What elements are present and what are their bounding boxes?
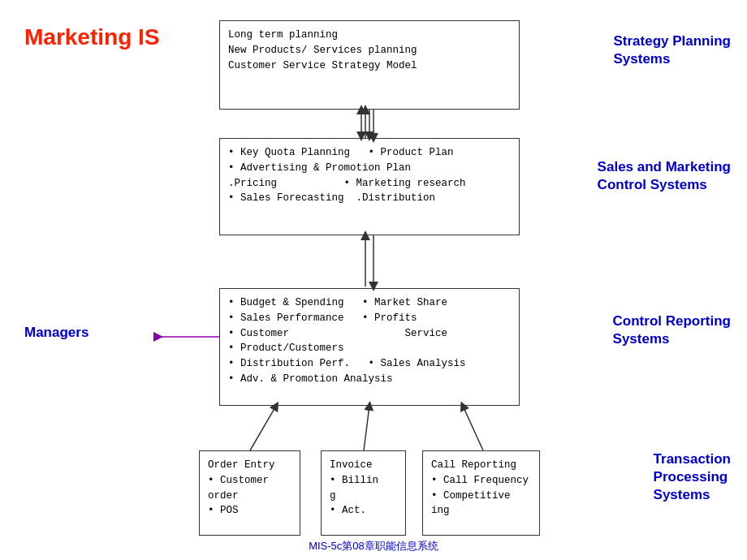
control-line3: • Customer Service xyxy=(228,328,447,339)
control-line2: • Sales Performance • Profits xyxy=(228,312,417,324)
call-line4: ing xyxy=(431,505,450,516)
sales-line1: • Key Quota Planning • Product Plan xyxy=(228,147,454,158)
sales-line2: • Advertising & Promotion Plan xyxy=(228,162,411,174)
sales-line4: • Sales Forecasting .Distribution xyxy=(228,192,435,204)
control-line5: • Distribution Perf. • Sales Analysis xyxy=(228,358,466,369)
order-line2: • Customer xyxy=(208,475,269,486)
strategy-planning-label: Strategy PlanningSystems xyxy=(613,32,731,68)
strategy-line1: Long term planning xyxy=(228,29,338,41)
control-reporting-label: Control ReportingSystems xyxy=(613,312,731,348)
invoice-line3: g xyxy=(330,490,336,502)
page-container: Marketing IS Strategy PlanningSystems Sa… xyxy=(0,0,747,560)
arrow-call-to-control xyxy=(463,406,483,450)
order-line1: Order Entry xyxy=(208,459,275,471)
managers-label: Managers xyxy=(24,325,89,341)
strategy-box: Long term planning New Products/ Service… xyxy=(219,20,520,110)
transaction-processing-label: TransactionProcessingSystems xyxy=(654,450,731,504)
bottom-text: MIS-5c第08章职能信息系统 xyxy=(309,539,438,554)
call-line3: • Competitive xyxy=(431,490,511,502)
order-entry-box: Order Entry • Customer order • POS xyxy=(199,450,300,536)
invoice-line1: Invoice xyxy=(330,459,373,471)
arrow-invoice-to-control xyxy=(364,406,369,450)
invoice-box: Invoice • Billin g • Act. xyxy=(321,450,406,536)
invoice-line4: • Act. xyxy=(330,505,366,516)
control-line4: • Product/Customers xyxy=(228,342,344,354)
strategy-line2: New Products/ Services planning xyxy=(228,45,417,56)
order-line3: order xyxy=(208,490,239,502)
call-line1: Call Reporting xyxy=(431,459,516,471)
call-reporting-box: Call Reporting • Call Frequency • Compet… xyxy=(422,450,540,536)
invoice-line2: • Billin xyxy=(330,475,378,486)
order-line4: • POS xyxy=(208,505,239,516)
strategy-line3: Customer Service Strategy Model xyxy=(228,60,417,71)
sales-line3: .Pricing • Marketing research xyxy=(228,178,466,189)
control-line6: • Adv. & Promotion Analysis xyxy=(228,373,393,385)
call-line2: • Call Frequency xyxy=(431,475,529,486)
sales-box: • Key Quota Planning • Product Plan • Ad… xyxy=(219,138,520,235)
marketing-is-title: Marketing IS xyxy=(24,24,159,50)
control-line1: • Budget & Spending • Market Share xyxy=(228,297,447,308)
sales-marketing-label: Sales and MarketingControl Systems xyxy=(598,158,731,194)
arrow-order-to-control xyxy=(250,406,276,450)
control-box: • Budget & Spending • Market Share • Sal… xyxy=(219,288,520,406)
